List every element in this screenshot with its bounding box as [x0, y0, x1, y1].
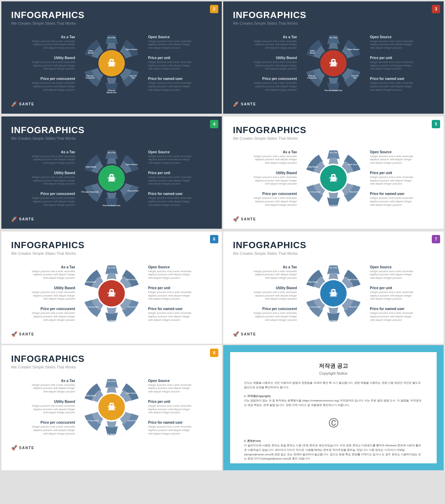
- svg-text:Utility Based: Utility Based: [86, 166, 96, 168]
- slide-title-2: INFOGRAPHICS: [233, 10, 434, 21]
- sante-icon-2: 🚀: [233, 101, 239, 107]
- slide-content-5: As a Tax Integer posuere erat a ante ven…: [11, 260, 212, 326]
- labels-left-3: As a Tax Integer posuere erat a ante ven…: [30, 150, 75, 207]
- slide-subtitle-6: We Creates Simple Slides That Works: [233, 251, 434, 255]
- svg-text:Model: Model: [108, 408, 115, 411]
- footer-7: 🚀 SANTE: [11, 445, 212, 450]
- footer-3: 🚀 SANTE: [11, 216, 212, 222]
- labels-right-3: Open Source Integer posuere erat a ante …: [148, 150, 193, 207]
- label-open-source-1: Open Source Integer posuere erat a ante …: [148, 35, 193, 50]
- footer-text-1: SANTE: [19, 102, 34, 106]
- svg-text:Model: Model: [330, 295, 337, 297]
- copyright-title-kr: 저작권 공고: [244, 363, 423, 370]
- labels-right-1: Open Source Integer posuere erat a ante …: [148, 35, 193, 92]
- svg-text:Open Source: Open Source: [126, 48, 138, 50]
- wheel-7: As a Tax Open Source Price for Part Pric…: [79, 374, 145, 440]
- svg-text:Open Source: Open Source: [126, 278, 138, 281]
- wheel-3: As a Tax Open Source Price for Part Pric…: [79, 145, 145, 211]
- footer-text-7: SANTE: [19, 446, 34, 450]
- slide-title-4: INFOGRAPHICS: [233, 125, 434, 136]
- svg-text:Price for Named User: Price for Named User: [103, 319, 121, 322]
- sante-icon-6: 🚀: [233, 331, 239, 337]
- svg-text:Utility Based: Utility Based: [307, 281, 318, 283]
- svg-text:Price for Part: Price for Part: [128, 190, 139, 192]
- svg-text:Price for Named User: Price for Named User: [103, 204, 121, 206]
- sante-icon-5: 🚀: [11, 331, 17, 337]
- svg-text:Price per Concurrent: Price per Concurrent: [303, 191, 321, 193]
- slide-number-1: 2: [210, 5, 218, 13]
- wheel-1: As a Tax Open Source Price for Part Pric…: [79, 30, 145, 96]
- labels-right-6: Open Source Integer posuere erat a ante …: [370, 265, 415, 322]
- svg-text:Model: Model: [330, 180, 337, 182]
- copyright-slide: 저작권 공고 Copyright Notice 곤도는 제품을 사용하신 모든 …: [223, 345, 444, 470]
- footer-4: 🚀 SANTE: [233, 216, 434, 222]
- slide-6: 7 INFOGRAPHICS We Creates Simple Slides …: [223, 231, 444, 344]
- slide-7: 8 INFOGRAPHICS We Creates Simple Slides …: [1, 345, 222, 470]
- label-utility-based-1: Utility Based Integer posuere erat a ant…: [30, 56, 75, 71]
- svg-text:Open Source: Open Source: [348, 163, 359, 165]
- svg-text:Price per Concurrent: Price per Concurrent: [303, 306, 321, 308]
- labels-left-7: As a Tax Integer posuere erat a ante ven…: [30, 379, 75, 436]
- slide-content-3: As a Tax Integer posuere erat a ante ven…: [11, 145, 212, 211]
- label-price-concurrent-1: Price per conccurent Integer posuere era…: [30, 77, 75, 91]
- slide-subtitle-1: We Creates Simple Slides That Works: [11, 21, 212, 25]
- svg-text:Named User: Named User: [106, 91, 116, 94]
- slide-content-4: As a Tax Integer posuere erat a ante ven…: [233, 145, 434, 211]
- svg-text:Pricing: Pricing: [107, 292, 116, 295]
- svg-text:Open Source: Open Source: [126, 163, 138, 165]
- slide-content-6: As a Tax Integer posuere erat a ante ven…: [233, 260, 434, 326]
- svg-text:Concurrent: Concurrent: [307, 77, 317, 79]
- svg-text:Utility Based: Utility Based: [86, 281, 96, 283]
- slide-3: 4 INFOGRAPHICS We Creates Simple Slides …: [1, 116, 222, 229]
- wheel-4: As a Tax Open Source Price for Part Pric…: [300, 145, 366, 211]
- slide-subtitle-5: We Creates Simple Slides That Works: [11, 251, 212, 255]
- slide-title-5: INFOGRAPHICS: [11, 240, 212, 251]
- slide-number-4: 5: [432, 120, 440, 128]
- slide-5: 6 INFOGRAPHICS We Creates Simple Slides …: [1, 231, 222, 344]
- wheel-5: As a Tax Open Source Price for Part Pric…: [79, 260, 145, 326]
- slide-subtitle-2: We Creates Simple Slides That Works: [233, 21, 434, 25]
- labels-left-1: As a Tax Integer posuere erat a ante ven…: [30, 35, 75, 92]
- svg-text:Price for Part: Price for Part: [128, 420, 139, 422]
- label-price-unit-1: Price per unit Integer posuere erat a an…: [148, 56, 193, 71]
- svg-text:Price for Named User: Price for Named User: [103, 433, 121, 435]
- labels-right-7: Open Source Integer posuere erat a ante …: [148, 379, 193, 436]
- svg-text:As a Tax: As a Tax: [108, 36, 116, 39]
- svg-text:Pricing: Pricing: [107, 62, 116, 65]
- svg-text:Open Source: Open Source: [348, 278, 359, 281]
- footer-2: 🚀 SANTE: [233, 101, 434, 107]
- slide-2: 3 INFOGRAPHICS We Creates Simple Slides …: [223, 1, 444, 114]
- footer-text-6: SANTE: [241, 332, 256, 336]
- sante-icon-3: 🚀: [11, 216, 17, 222]
- svg-text:Price for Part: Price for Part: [349, 191, 361, 193]
- slide-1: 2 INFOGRAPHICS We Creates Simple Slides …: [1, 1, 222, 114]
- labels-right-4: Open Source Integer posuere erat a ante …: [370, 150, 415, 207]
- slide-number-2: 3: [432, 5, 440, 13]
- svg-text:Model: Model: [108, 65, 115, 67]
- svg-text:Based: Based: [88, 52, 93, 54]
- wheel-2: As a Tax Open Source Price for Part Pric…: [300, 30, 366, 96]
- svg-text:Open Source: Open Source: [126, 392, 138, 394]
- svg-text:Model: Model: [330, 65, 337, 67]
- copyright-inner: 저작권 공고 Copyright Notice 곤도는 제품을 사용하신 모든 …: [230, 352, 437, 463]
- svg-text:Pricing: Pricing: [329, 177, 338, 180]
- copyright-body: 곤도는 제품을 사용하신 모든 이용자의 법령과 관련법을 자세히 확인 후 사…: [244, 381, 423, 463]
- slide-number-5: 6: [210, 235, 218, 243]
- labels-left-5: As a Tax Integer posuere erat a ante ven…: [30, 265, 75, 322]
- svg-text:Pricing: Pricing: [107, 177, 116, 180]
- sante-icon-1: 🚀: [11, 101, 17, 107]
- slide-number-3: 4: [210, 120, 218, 128]
- copyright-c-symbol: Ⓒ: [244, 416, 423, 431]
- slide-4: 5 INFOGRAPHICS We Creates Simple Slides …: [223, 116, 444, 229]
- svg-text:Price for Part: Price for Part: [128, 306, 139, 308]
- svg-text:Price for Part: Price for Part: [349, 306, 361, 308]
- svg-text:Pricing: Pricing: [329, 62, 338, 65]
- svg-text:Concurrent: Concurrent: [86, 77, 95, 79]
- footer-1: 🚀 SANTE: [11, 101, 212, 107]
- svg-text:As a Tax: As a Tax: [108, 380, 116, 382]
- svg-text:Model: Model: [108, 295, 115, 297]
- footer-6: 🚀 SANTE: [233, 331, 434, 337]
- slide-subtitle-7: We Creates Simple Slides That Works: [11, 365, 212, 369]
- labels-left-6: As a Tax Integer posuere erat a ante ven…: [252, 265, 297, 322]
- svg-text:Price per Concurrent: Price per Concurrent: [81, 420, 99, 422]
